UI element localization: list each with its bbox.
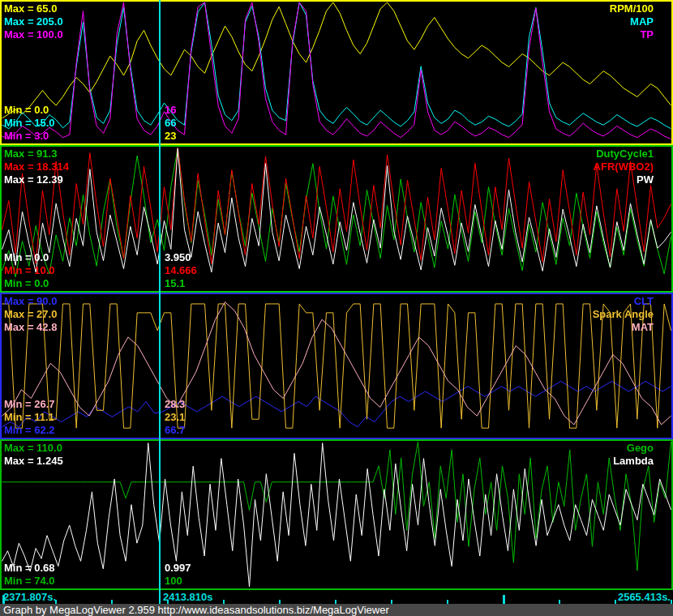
time-end-label: 2565.413s. <box>618 591 671 603</box>
legend: RPM/100MAPTP <box>610 2 654 41</box>
legend-item: RPM/100 <box>610 2 654 15</box>
legend-item: AFR(WBO2) <box>594 160 654 173</box>
max-label: Max = 1.245 <box>4 455 63 468</box>
legend: DutyCycle1AFR(WBO2)PW <box>594 148 654 186</box>
max-label: Max = 205.0 <box>4 15 63 28</box>
cursor-value: 14.666 <box>165 264 197 277</box>
legend-item: PW <box>594 173 654 186</box>
status-bar: Graph by MegaLogViewer 2.959 http://www.… <box>0 604 673 616</box>
cursor-value: 66.7 <box>165 424 185 437</box>
min-label: Min = 26.7 <box>4 398 55 411</box>
cursor-value: 23 <box>165 130 176 143</box>
legend-item: CLT <box>593 295 654 308</box>
chart-panel-4: Max = 110.0Max = 1.245 Min = 0.68Min = 7… <box>0 439 673 590</box>
min-label: Min = 15.0 <box>4 117 55 130</box>
min-labels: Min = 0.0Min = 10.0Min = 0.0 <box>4 251 55 290</box>
min-label: Min = 0.0 <box>4 251 55 264</box>
legend-item: TP <box>610 28 654 41</box>
chart-panel-1: Max = 65.0Max = 205.0Max = 100.0 Min = 0… <box>0 0 673 145</box>
chart-panel-2: Max = 91.3Max = 18.314Max = 12.39 Min = … <box>0 145 673 293</box>
max-labels: Max = 110.0Max = 1.245 <box>4 442 63 468</box>
cursor-value: 66 <box>165 117 176 130</box>
max-label: Max = 110.0 <box>4 442 63 455</box>
legend-item: Gego <box>613 442 654 455</box>
chart-panel-3: Max = 90.0Max = 27.0Max = 42.8 Min = 26.… <box>0 293 673 439</box>
legend: GegoLambda <box>613 442 654 468</box>
max-label: Max = 18.314 <box>4 160 69 173</box>
max-labels: Max = 91.3Max = 18.314Max = 12.39 <box>4 148 69 186</box>
cursor-values: 166623 <box>165 104 176 143</box>
time-tick <box>2 595 5 604</box>
time-start-label: 2371.807s. <box>3 591 56 603</box>
min-label: Min = 3.0 <box>4 130 55 143</box>
time-cursor-line[interactable] <box>159 0 161 604</box>
cursor-value: 15.1 <box>165 277 197 290</box>
chart-canvas-gego-lambda[interactable] <box>2 441 671 588</box>
min-label: Min = 0.0 <box>4 104 55 117</box>
max-label: Max = 100.0 <box>4 28 63 41</box>
chart-canvas-clt-spark-mat[interactable] <box>2 294 671 438</box>
chart-canvas-duty-afr-pw[interactable] <box>2 147 671 291</box>
cursor-value: 100 <box>165 575 191 588</box>
chart-canvas-rpm-map-tp[interactable] <box>2 2 671 143</box>
max-label: Max = 91.3 <box>4 148 69 160</box>
time-tick <box>503 595 505 604</box>
min-labels: Min = 0.68Min = 74.0 <box>4 562 55 588</box>
time-cursor-label: 2413.810s <box>163 591 212 603</box>
max-labels: Max = 90.0Max = 27.0Max = 42.8 <box>4 295 57 334</box>
max-label: Max = 90.0 <box>4 295 57 308</box>
cursor-values: 28.323.166.7 <box>165 398 185 437</box>
min-labels: Min = 0.0Min = 15.0Min = 3.0 <box>4 104 55 143</box>
legend-item: MAP <box>610 15 654 28</box>
cursor-values: 3.95014.66615.1 <box>165 251 197 290</box>
max-label: Max = 65.0 <box>4 2 63 15</box>
cursor-value: 28.3 <box>165 398 185 411</box>
min-label: Min = 11.1 <box>4 411 55 424</box>
legend: CLTSpark AngleMAT <box>593 295 654 334</box>
max-label: Max = 42.8 <box>4 321 57 334</box>
cursor-value: 3.950 <box>165 251 197 264</box>
cursor-value: 23.1 <box>165 411 185 424</box>
megalogviewer-graph-window: Max = 65.0Max = 205.0Max = 100.0 Min = 0… <box>0 0 673 616</box>
min-label: Min = 0.0 <box>4 277 55 290</box>
cursor-value: 0.997 <box>165 562 191 575</box>
legend-item: Spark Angle <box>593 308 654 321</box>
cursor-value: 16 <box>165 104 176 117</box>
min-label: Min = 10.0 <box>4 264 55 277</box>
legend-item: DutyCycle1 <box>594 148 654 160</box>
max-labels: Max = 65.0Max = 205.0Max = 100.0 <box>4 2 63 41</box>
min-label: Min = 0.68 <box>4 562 55 575</box>
min-label: Min = 62.2 <box>4 424 55 437</box>
legend-item: MAT <box>593 321 654 334</box>
legend-item: Lambda <box>613 455 654 468</box>
time-axis[interactable]: 2371.807s. 2413.810s 2565.413s. <box>0 590 673 604</box>
max-label: Max = 27.0 <box>4 308 57 321</box>
max-label: Max = 12.39 <box>4 173 69 186</box>
min-labels: Min = 26.7Min = 11.1Min = 62.2 <box>4 398 55 437</box>
min-label: Min = 74.0 <box>4 575 55 588</box>
cursor-values: 0.997100 <box>165 562 191 588</box>
